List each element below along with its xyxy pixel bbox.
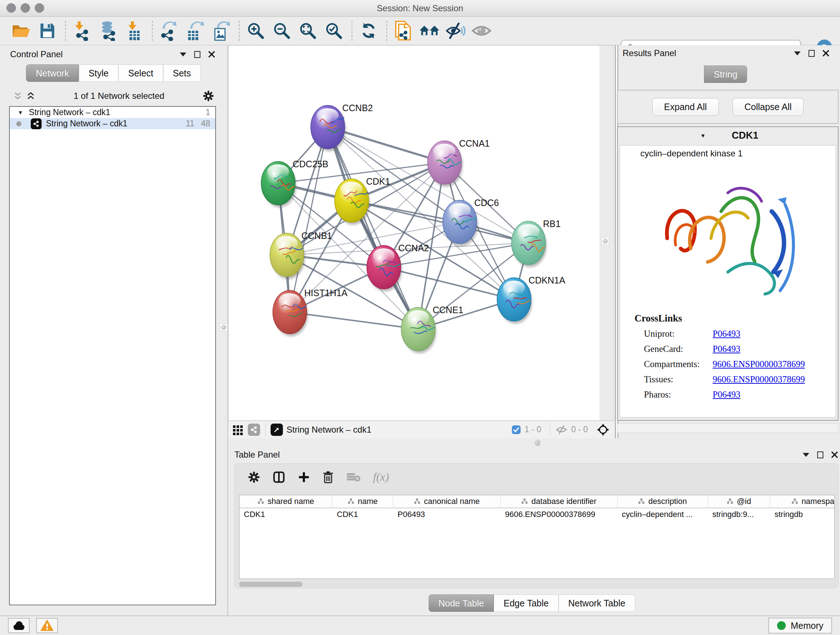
network-node-RB1[interactable]: RB1 — [512, 219, 561, 267]
birds-eye-view-icon[interactable] — [597, 423, 609, 436]
table-hscrollbar-thumb[interactable] — [239, 582, 302, 587]
panel-menu-icon[interactable] — [794, 51, 801, 55]
column-header[interactable]: @id — [708, 495, 770, 508]
network-node-CCNA1[interactable]: CCNA1 — [428, 138, 490, 187]
table-row[interactable]: CDK1 CDK1 P06493 9606.ENSP00000378699 cy… — [240, 508, 834, 521]
crosslink-link[interactable]: P06493 — [713, 390, 740, 400]
crosslink-link[interactable]: 9606.ENSP00000378699 — [713, 374, 805, 385]
table-cell[interactable]: CDK1 — [332, 510, 393, 519]
network-edge[interactable] — [290, 312, 418, 329]
crosslink-link[interactable]: 9606.ENSP00000378699 — [713, 359, 805, 369]
table-settings-gear-icon[interactable] — [248, 471, 260, 483]
table-cell[interactable]: stringdb — [770, 510, 835, 519]
column-header[interactable]: name — [332, 495, 393, 508]
open-session-button[interactable] — [11, 20, 32, 42]
network-row[interactable]: String Network – cdk1 11 48 — [10, 118, 215, 129]
network-options-gear-icon[interactable] — [202, 90, 214, 102]
network-node-CCNB2[interactable]: CCNB2 — [311, 103, 373, 151]
import-network-file-button[interactable] — [72, 20, 93, 42]
close-panel-icon[interactable] — [208, 51, 215, 57]
column-header[interactable]: namespace — [770, 495, 835, 508]
network-edge[interactable] — [352, 201, 529, 243]
table-cell[interactable]: cyclin–dependent ... — [617, 510, 708, 519]
zoom-out-button[interactable] — [271, 20, 292, 42]
float-panel-icon[interactable] — [194, 51, 201, 58]
table-cell[interactable]: CDK1 — [240, 510, 332, 519]
tab-select[interactable]: Select — [118, 65, 163, 82]
first-neighbors-button[interactable] — [419, 20, 440, 42]
hide-selected-button[interactable] — [445, 20, 466, 42]
collapse-gene-triangle-icon[interactable]: ▼ — [700, 133, 706, 139]
clone-network-button[interactable] — [393, 20, 414, 42]
refresh-button[interactable] — [358, 20, 379, 42]
tab-style[interactable]: Style — [79, 65, 118, 82]
zoom-selected-button[interactable] — [324, 20, 344, 42]
zoom-in-button[interactable] — [245, 20, 266, 42]
grid-view-icon[interactable] — [233, 424, 243, 435]
table-cell[interactable]: P06493 — [393, 510, 501, 519]
network-node-CCNE1[interactable]: CCNE1 — [401, 305, 463, 353]
show-columns-icon[interactable] — [272, 470, 286, 484]
column-header[interactable]: database identifier — [501, 495, 617, 508]
export-network-button[interactable] — [158, 20, 180, 42]
right-splitter-handle[interactable] — [601, 237, 609, 245]
results-scrollbar[interactable] — [617, 424, 838, 433]
warning-status-button[interactable] — [36, 618, 58, 633]
tab-network[interactable]: Network — [26, 65, 79, 82]
collapse-all-button[interactable]: Collapse All — [733, 98, 804, 116]
panel-menu-icon[interactable] — [180, 52, 186, 57]
column-header[interactable]: canonical name — [393, 495, 501, 508]
tab-string[interactable]: String — [704, 65, 747, 83]
column-header[interactable]: shared name — [240, 495, 332, 508]
delete-column-trash-icon[interactable] — [322, 470, 334, 484]
table-cell[interactable]: 9606.ENSP00000378699 — [501, 510, 617, 519]
horizontal-splitter-handle[interactable] — [535, 440, 540, 446]
expand-all-button[interactable]: Expand All — [652, 98, 719, 116]
import-table-button[interactable] — [124, 20, 145, 42]
tab-node-table[interactable]: Node Table — [429, 594, 494, 612]
tab-sets[interactable]: Sets — [163, 65, 201, 82]
zoom-fit-button[interactable] — [297, 20, 318, 42]
selected-nodes-checkbox-icon[interactable] — [512, 425, 521, 434]
left-splitter-handle[interactable] — [219, 323, 227, 331]
minimize-window-button[interactable] — [21, 3, 30, 13]
close-window-button[interactable] — [6, 3, 16, 13]
add-column-plus-icon[interactable] — [298, 471, 310, 483]
network-node-CDK1[interactable]: CDK1 — [335, 176, 390, 225]
tab-network-table[interactable]: Network Table — [559, 594, 635, 612]
export-image-button[interactable] — [210, 20, 232, 42]
node-table[interactable]: shared name name canonical name database… — [239, 495, 835, 579]
float-panel-icon[interactable] — [817, 451, 823, 458]
crosslink-link[interactable]: P06493 — [713, 344, 740, 354]
show-all-button[interactable] — [471, 20, 492, 42]
open-in-window-icon[interactable] — [271, 424, 283, 436]
table-hscrollbar[interactable] — [239, 582, 835, 587]
collapse-triangle-icon[interactable]: ▼ — [18, 109, 23, 116]
horizontal-splitter[interactable] — [228, 438, 840, 449]
expand-all-networks-icon[interactable] — [13, 91, 22, 101]
network-node-CDC6[interactable]: CDC6 — [443, 198, 499, 246]
network-collection-row[interactable]: ▼ String Network – cdk1 1 — [10, 107, 215, 118]
collapse-all-networks-icon[interactable] — [26, 91, 35, 101]
cloud-status-button[interactable] — [8, 618, 30, 633]
zoom-window-button[interactable] — [35, 3, 44, 13]
network-graph[interactable]: CCNB2CCNA1CDC25BCDK1CDC6RB1CCNB1CCNA2CDK… — [229, 46, 614, 420]
network-node-HIST1H1A[interactable]: HIST1H1A — [273, 288, 347, 336]
table-cell[interactable]: stringdb:9... — [708, 510, 770, 519]
float-panel-icon[interactable] — [808, 50, 815, 57]
crosslink-link[interactable]: P06493 — [713, 329, 740, 339]
memory-button[interactable]: Memory — [768, 618, 832, 633]
save-session-button[interactable] — [37, 20, 58, 42]
tab-edge-table[interactable]: Edge Table — [494, 594, 559, 612]
close-panel-icon[interactable] — [823, 50, 829, 57]
column-header[interactable]: description — [617, 495, 708, 508]
network-view[interactable]: CCNB2CCNA1CDC25BCDK1CDC6RB1CCNB1CCNA2CDK… — [228, 45, 614, 421]
network-edge[interactable] — [328, 127, 418, 329]
network-edge[interactable] — [290, 127, 328, 312]
panel-menu-icon[interactable] — [803, 453, 809, 457]
network-node-CCNB1[interactable]: CCNB1 — [270, 231, 332, 279]
import-network-database-button[interactable] — [98, 20, 118, 42]
export-table-button[interactable] — [185, 20, 205, 42]
close-panel-icon[interactable] — [831, 451, 838, 458]
network-node-CDKN1A[interactable]: CDKN1A — [497, 275, 565, 324]
